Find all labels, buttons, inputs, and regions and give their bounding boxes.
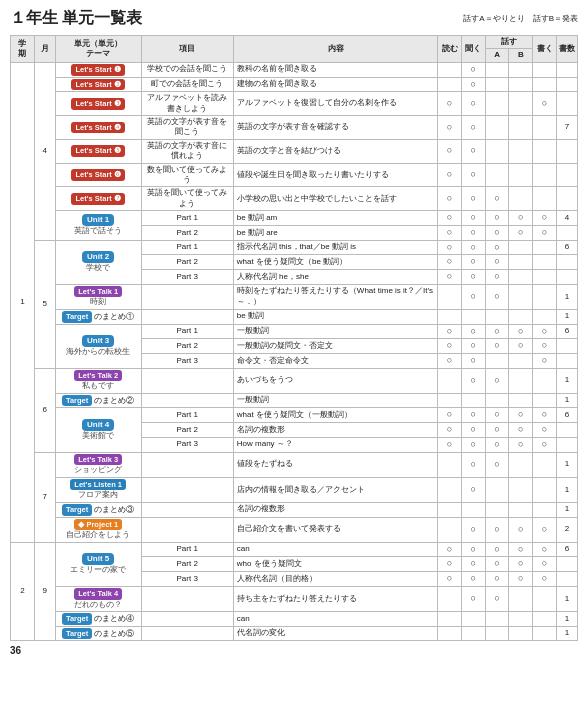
cell-yomu: ○ — [438, 339, 462, 354]
cell-suuchi — [556, 437, 577, 452]
check-circle: ○ — [447, 242, 452, 252]
cell-hanasu-b — [509, 353, 533, 368]
cell-suuchi: 6 — [556, 542, 577, 557]
check-circle: ○ — [542, 424, 547, 434]
table-row: 6Let's Talk 2私もですあいづちをうつ○○1 — [11, 368, 578, 393]
check-circle: ○ — [471, 355, 476, 365]
check-circle: ○ — [542, 544, 547, 554]
cell-hanasu-a: ○ — [485, 586, 509, 611]
cell-naiyou: be 動詞 — [233, 309, 437, 324]
unit-badge: Unit 5 — [82, 553, 114, 565]
cell-yomu: ○ — [438, 163, 462, 187]
cell-suuchi — [556, 187, 577, 211]
cell-komoku — [141, 477, 233, 502]
check-circle: ○ — [471, 98, 476, 108]
check-circle: ○ — [447, 145, 452, 155]
check-circle: ○ — [494, 291, 499, 301]
check-circle: ○ — [542, 227, 547, 237]
cell-hanasu-b — [509, 284, 533, 309]
cell-komoku: Part 2 — [141, 255, 233, 270]
cell-naiyou: 店内の情報を聞き取る／アクセント — [233, 477, 437, 502]
lets-start-badge: Let's Start ❷ — [71, 79, 124, 91]
cell-yomu: ○ — [438, 324, 462, 339]
cell-yomu: ○ — [438, 187, 462, 211]
cell-naiyou: what を使う疑問文（be 動詞） — [233, 255, 437, 270]
cell-kaku — [533, 62, 557, 77]
cell-naiyou: can — [233, 611, 437, 626]
cell-hanasu-b: ○ — [509, 211, 533, 226]
check-circle: ○ — [447, 193, 452, 203]
check-circle: ○ — [447, 439, 452, 449]
cell-unit: Unit 5エミリーの家で — [55, 542, 141, 586]
cell-unit: Let's Start ❸ — [55, 92, 141, 116]
unit-sub: 海外からの転校生 — [66, 347, 130, 356]
unit-sub: 自己紹介をしよう — [66, 530, 130, 539]
cell-hanasu-a — [485, 62, 509, 77]
cell-unit: Target のまとめ② — [55, 393, 141, 408]
cell-hanasu-a: ○ — [485, 187, 509, 211]
cell-komoku: Part 1 — [141, 542, 233, 557]
cell-kaku: ○ — [533, 542, 557, 557]
cell-suuchi: 1 — [556, 393, 577, 408]
cell-unit: Let's Talk 3ショッピング — [55, 452, 141, 477]
cell-komoku: Part 1 — [141, 324, 233, 339]
cell-naiyou: 英語の文字が表す音を確認する — [233, 116, 437, 140]
table-row: Target のまとめ②一般動詞1 — [11, 393, 578, 408]
cell-hanasu-a: ○ — [485, 240, 509, 255]
cell-kaku — [533, 477, 557, 502]
table-row: 29Unit 5エミリーの家でPart 1can○○○○○6 — [11, 542, 578, 557]
table-row: Let's Listen 1フロア案内店内の情報を聞き取る／アクセント○1 — [11, 477, 578, 502]
cell-kiku: ○ — [461, 452, 485, 477]
cell-unit: Unit 1英語で話そう — [55, 211, 141, 240]
cell-kiku — [461, 309, 485, 324]
check-circle: ○ — [518, 409, 523, 419]
table-row: ◆ Project 1自己紹介をしよう自己紹介文を書いて発表する○○○○2 — [11, 517, 578, 542]
check-circle: ○ — [471, 409, 476, 419]
check-circle: ○ — [447, 573, 452, 583]
check-circle: ○ — [471, 484, 476, 494]
cell-hanasu-b — [509, 77, 533, 92]
cell-kaku: ○ — [533, 423, 557, 438]
cell-hanasu-a: ○ — [485, 324, 509, 339]
cell-kaku — [533, 626, 557, 641]
check-circle: ○ — [471, 227, 476, 237]
cell-kaku — [533, 309, 557, 324]
cell-kiku — [461, 626, 485, 641]
cell-yomu — [438, 517, 462, 542]
cell-hanasu-a — [485, 626, 509, 641]
cell-yomu — [438, 502, 462, 517]
cell-kaku: ○ — [533, 572, 557, 587]
check-circle: ○ — [447, 212, 452, 222]
cell-kiku: ○ — [461, 163, 485, 187]
cell-naiyou: 建物の名前を聞き取る — [233, 77, 437, 92]
target-badge: Target — [62, 613, 92, 625]
unit-sub: フロア案内 — [78, 490, 118, 499]
cell-kiku: ○ — [461, 240, 485, 255]
cell-komoku: 数を聞いて使ってみよう — [141, 163, 233, 187]
check-circle: ○ — [494, 459, 499, 469]
cell-komoku: Part 1 — [141, 240, 233, 255]
check-circle: ○ — [471, 79, 476, 89]
cell-yomu: ○ — [438, 269, 462, 284]
check-circle: ○ — [518, 227, 523, 237]
cell-suuchi — [556, 139, 577, 163]
cell-gakki: 2 — [11, 542, 35, 641]
cell-suuchi: 6 — [556, 408, 577, 423]
cell-hanasu-a: ○ — [485, 542, 509, 557]
cell-komoku — [141, 368, 233, 393]
check-circle: ○ — [471, 326, 476, 336]
cell-kaku: ○ — [533, 92, 557, 116]
check-circle: ○ — [518, 340, 523, 350]
cell-naiyou: 時刻をたずねたり答えたりする（What time is it？／It's ～．） — [233, 284, 437, 309]
check-circle: ○ — [542, 355, 547, 365]
cell-komoku: Part 3 — [141, 437, 233, 452]
cell-komoku — [141, 502, 233, 517]
cell-naiyou: 名詞の複数形 — [233, 502, 437, 517]
cell-naiyou: あいづちをうつ — [233, 368, 437, 393]
check-circle: ○ — [471, 439, 476, 449]
cell-hanasu-b: ○ — [509, 225, 533, 240]
unit-sub: 時刻 — [90, 297, 106, 306]
cell-yomu — [438, 477, 462, 502]
cell-naiyou: who を使う疑問文 — [233, 557, 437, 572]
cell-hanasu-b: ○ — [509, 423, 533, 438]
